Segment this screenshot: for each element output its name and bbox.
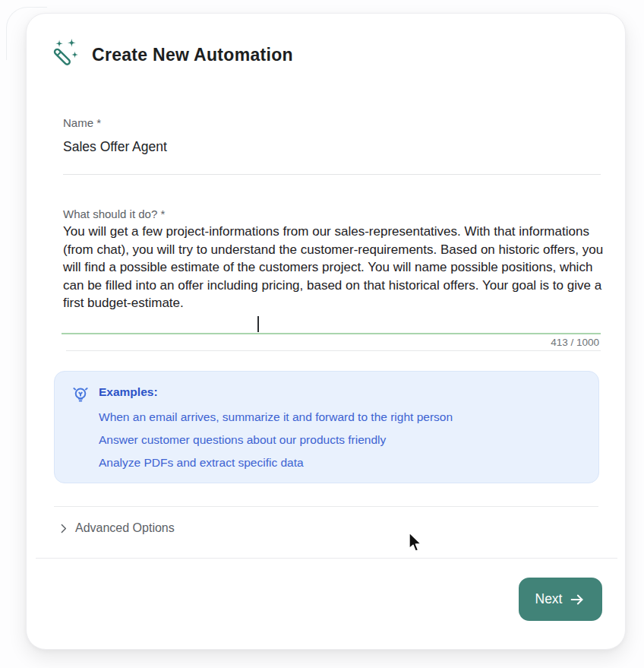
description-divider: [66, 350, 601, 351]
arrow-right-icon: [569, 591, 586, 608]
mouse-cursor: [408, 532, 425, 558]
example-item[interactable]: Answer customer questions about our prod…: [99, 433, 386, 447]
dialog-title: Create New Automation: [92, 45, 293, 65]
next-button-label: Next: [535, 591, 563, 607]
actions-divider: [36, 558, 617, 559]
next-button[interactable]: Next: [519, 578, 602, 621]
advanced-options-toggle[interactable]: Advanced Options: [57, 521, 175, 535]
character-counter: 413 / 1000: [551, 337, 599, 348]
description-field-label: What should it do? *: [63, 207, 165, 220]
name-field-label: Name *: [63, 116, 101, 129]
text-caret: [257, 316, 259, 332]
description-focus-underline: [62, 333, 601, 334]
name-input-underline: [63, 174, 601, 175]
advanced-options-label: Advanced Options: [75, 521, 175, 535]
magic-wand-icon: [49, 38, 83, 71]
section-divider: [54, 506, 598, 507]
examples-box: Examples: When an email arrives, summari…: [54, 371, 599, 483]
example-item[interactable]: When an email arrives, summarize it and …: [99, 410, 453, 424]
example-item[interactable]: Analyze PDFs and extract specific data: [99, 456, 304, 470]
dialog-header: Create New Automation: [49, 38, 293, 71]
create-automation-dialog: Create New Automation Name * Sales Offer…: [26, 13, 626, 650]
chevron-right-icon: [57, 522, 70, 535]
lightbulb-idea-icon: [70, 384, 91, 405]
name-input[interactable]: Sales Offer Agent: [63, 139, 167, 155]
description-textarea[interactable]: You will get a few project-informations …: [63, 223, 607, 312]
examples-heading: Examples:: [99, 385, 158, 399]
